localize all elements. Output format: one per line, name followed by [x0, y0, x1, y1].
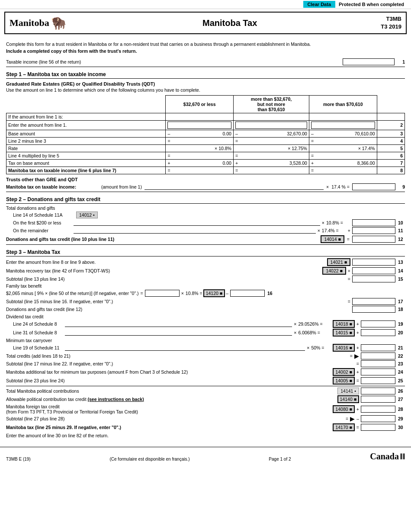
- div-rate1: 29.0526% =: [298, 321, 333, 327]
- line23-num: 23: [398, 361, 405, 366]
- line10-num: 10: [398, 220, 405, 225]
- subtotal23-eq: =: [356, 361, 359, 366]
- family-rate: 10.8% =: [186, 291, 202, 296]
- line15-num: 15: [398, 276, 405, 282]
- line13-field[interactable]: [352, 259, 395, 266]
- line9-num: 9: [398, 184, 405, 189]
- step3-title: Step 3 – Manitoba Tax: [6, 249, 405, 256]
- line18-field[interactable]: [352, 306, 395, 313]
- line28-field[interactable]: [361, 406, 395, 413]
- trusts-x: ×: [326, 184, 329, 189]
- remainder-field[interactable]: [74, 228, 316, 234]
- line15-field[interactable]: [352, 276, 395, 282]
- subtotal25-field[interactable]: 14005 ■: [333, 377, 354, 385]
- subtotal17-label: Subtotal (line 15 minus line 16. If nega…: [6, 299, 348, 304]
- enter-amount-col2[interactable]: [235, 122, 307, 129]
- family-field[interactable]: 14120 ■: [203, 289, 225, 297]
- line20-result[interactable]: [361, 329, 395, 336]
- trusts-other-title: Trusts other than GRE and QDT: [6, 177, 405, 182]
- allowable-credit-label: Allowable political contribution tax cre…: [6, 397, 337, 402]
- canada-logo: Canada ‖‖: [370, 452, 405, 461]
- first200-field[interactable]: [74, 220, 320, 226]
- line17-field[interactable]: [352, 298, 395, 305]
- french-note: (Ce formulaire est disponible en françai…: [109, 457, 189, 461]
- line21-num: 21: [398, 345, 405, 350]
- mb-additional-field[interactable]: 14002 ■: [333, 368, 354, 376]
- line30-field[interactable]: [361, 424, 395, 431]
- total-donations-label: Total donations and gifts: [6, 205, 405, 211]
- div-field2-input[interactable]: [65, 330, 292, 336]
- div-field1[interactable]: 14018 ■: [333, 320, 354, 328]
- line30-num: 30: [398, 425, 405, 430]
- line13-num: 13: [398, 260, 405, 265]
- mb-additional-label: Manitoba additional tax for minimum tax …: [6, 369, 333, 375]
- clear-data-button[interactable]: Clear Data: [303, 1, 335, 8]
- line25-field[interactable]: [361, 377, 395, 384]
- logo-text: Manitoba: [10, 17, 49, 29]
- trusts-line1-field[interactable]: [144, 184, 324, 190]
- trusts-amount-label: (amount from line 1): [101, 184, 142, 189]
- family-calc-field[interactable]: [145, 290, 180, 297]
- first200-result[interactable]: [352, 219, 395, 226]
- enter-line8or9-label: Enter the amount from line 8 or line 9 a…: [6, 260, 327, 265]
- bison-icon: 🦬: [51, 16, 66, 30]
- family-calc-label: $2,065 minus [ 9% × (line 50 of the retu…: [6, 291, 139, 296]
- political-field[interactable]: 14141 •: [337, 388, 359, 394]
- enter-amount-col3[interactable]: [311, 122, 375, 129]
- div-field2[interactable]: 14015 ■: [333, 329, 354, 337]
- line14-field[interactable]: [352, 267, 395, 274]
- logo-area: Manitoba 🦬: [10, 16, 79, 30]
- line27-field[interactable]: [361, 396, 395, 403]
- min-tax-input[interactable]: [65, 345, 305, 351]
- col2-header: more than $32,670, but not more than $70…: [233, 95, 309, 113]
- enter-amount-col1[interactable]: [167, 122, 231, 129]
- line21-result[interactable]: [361, 344, 395, 351]
- col3-header: more than $70,610: [309, 95, 377, 113]
- min-tax-field[interactable]: 14016 ■: [333, 344, 354, 352]
- mb-tax-field[interactable]: 14170 ■: [333, 423, 354, 431]
- foreign-field[interactable]: 14080 ■: [333, 405, 354, 413]
- remainder-result[interactable]: [352, 227, 395, 234]
- arrow-right-icon: ▶: [354, 353, 359, 359]
- gre-instruction: Use the amount on line 1 to determine wh…: [6, 87, 405, 93]
- subtotal23-label: Subtotal (line 17 minus line 22. If nega…: [6, 361, 356, 366]
- subtotal25-label: Subtotal (line 23 plus line 24): [6, 378, 333, 383]
- line28-num: 28: [398, 407, 405, 412]
- if-amount-label: If the amount from line 1 is:: [6, 113, 166, 120]
- line15-eq: =: [348, 276, 350, 282]
- mb-tax-eq: =: [356, 425, 359, 430]
- schedule11a-field[interactable]: 14012 •: [76, 212, 98, 218]
- line16-result[interactable]: [230, 290, 265, 297]
- line17-num: 17: [398, 299, 405, 304]
- line23-field[interactable]: [361, 360, 395, 367]
- div-schedule8-24-label: Line 24 of Schedule 8: [13, 321, 65, 327]
- recovery-field[interactable]: 14022 ■: [322, 267, 346, 275]
- first200-label: On the first $200 or less: [13, 220, 74, 225]
- line14-plus: +: [348, 268, 350, 273]
- div-field1-input[interactable]: [65, 321, 292, 327]
- line24-field[interactable]: [361, 369, 395, 375]
- line19-result[interactable]: [361, 320, 395, 327]
- base-amount-label: Base amount: [6, 130, 166, 137]
- mb-tax-label: Manitoba tax on taxable income (line 6 p…: [6, 167, 166, 174]
- arrow-right2-icon: ▶: [350, 415, 355, 422]
- total-credits-label: Total credits (add lines 18 to 21): [6, 353, 350, 359]
- donations-credit-field[interactable]: 14014 ■: [321, 235, 344, 243]
- line7-num: 7: [377, 159, 405, 167]
- div-schedule8-31-label: Line 31 of Schedule 8: [13, 330, 65, 335]
- line29-field[interactable]: [361, 415, 395, 422]
- taxable-income-field[interactable]: [343, 58, 395, 65]
- trusts-result-field[interactable]: [352, 183, 395, 190]
- line26-field[interactable]: [361, 388, 395, 394]
- enter-field[interactable]: 14021 ■: [327, 258, 350, 266]
- line5-num: 5: [377, 144, 405, 152]
- donations-credit-result[interactable]: [352, 236, 395, 243]
- div-rate2: 6.0068% =: [298, 330, 333, 335]
- line11-num: 11: [398, 228, 405, 233]
- line22-field[interactable]: [361, 353, 395, 359]
- subtotal29-eq: =: [346, 416, 348, 421]
- allowable-field[interactable]: 14140 ■: [337, 395, 359, 403]
- remainder-plus: +: [348, 228, 350, 233]
- step3-donations-label: Donations and gifts tax credit (line 12): [6, 307, 352, 312]
- recovery-label: Manitoba recovery tax (line 42 of Form T…: [6, 268, 322, 273]
